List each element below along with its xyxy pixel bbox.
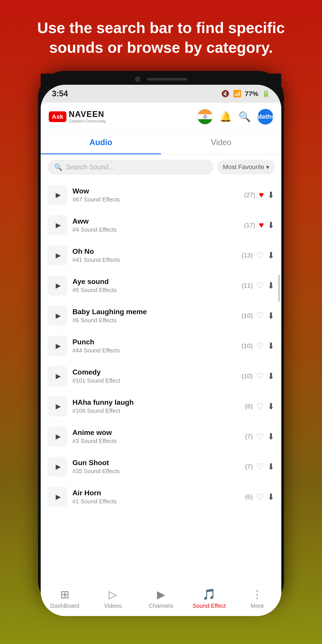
sound-actions: (7) ♡ ⬇ bbox=[245, 462, 274, 472]
sound-info: Baby Laughing meme #6 Sound Effects bbox=[72, 308, 236, 324]
sound-actions: (13) ♡ ⬇ bbox=[242, 250, 274, 260]
battery-text: 77% bbox=[245, 90, 258, 98]
sound-info: Oh No #41 Sound Effects bbox=[72, 247, 236, 264]
download-icon[interactable]: ⬇ bbox=[268, 250, 274, 260]
logo-name: NAVEEN bbox=[69, 110, 106, 119]
nav-item-dashboard[interactable]: ⊞ DashBoard bbox=[41, 588, 89, 609]
download-icon[interactable]: ⬇ bbox=[268, 402, 274, 411]
nav-item-videos[interactable]: ▷ Videos bbox=[89, 588, 137, 609]
list-item: Gun Shoot #35 Sound Effects (7) ♡ ⬇ bbox=[41, 452, 281, 482]
list-item: Comedy #101 Sound Effect (10) ♡ ⬇ bbox=[41, 361, 281, 391]
sound-info: HAha funny laugh #109 Sound Effect bbox=[72, 398, 240, 414]
download-icon[interactable]: ⬇ bbox=[268, 492, 274, 502]
sound-effect-icon: 🎵 bbox=[202, 588, 216, 600]
sort-button[interactable]: Most Favourite ▾ bbox=[218, 160, 274, 174]
sound-actions: (27) ♥ ⬇ bbox=[244, 190, 274, 200]
flag-icon[interactable] bbox=[197, 109, 213, 124]
play-button[interactable] bbox=[48, 456, 68, 477]
search-bar[interactable]: 🔍 Search Sound... bbox=[48, 160, 213, 175]
list-item: Baby Laughing meme #6 Sound Effects (10)… bbox=[41, 301, 281, 331]
play-button[interactable] bbox=[48, 215, 68, 235]
play-button[interactable] bbox=[48, 426, 68, 446]
list-item: Oh No #41 Sound Effects (13) ♡ ⬇ bbox=[41, 240, 281, 270]
search-placeholder: Search Sound... bbox=[66, 163, 114, 171]
search-bar-icon: 🔍 bbox=[54, 163, 62, 171]
play-button[interactable] bbox=[48, 366, 68, 386]
list-item: Punch #44 Sound Effects (10) ♡ ⬇ bbox=[41, 331, 281, 361]
chevron-down-icon: ▾ bbox=[266, 164, 269, 171]
search-icon[interactable]: 🔍 bbox=[238, 111, 251, 122]
scroll-indicator bbox=[278, 275, 280, 302]
download-icon[interactable]: ⬇ bbox=[268, 432, 274, 442]
sound-actions: (11) ♡ ⬇ bbox=[242, 281, 274, 290]
heart-icon[interactable]: ♡ bbox=[256, 250, 264, 260]
sound-actions: (7) ♡ ⬇ bbox=[245, 432, 274, 442]
download-icon[interactable]: ⬇ bbox=[268, 281, 274, 290]
sound-info: Gun Shoot #35 Sound Effects bbox=[72, 459, 240, 475]
list-item: Anime wow #3 Sound Effects (7) ♡ ⬇ bbox=[41, 422, 281, 452]
sound-info: Comedy #101 Sound Effect bbox=[72, 368, 236, 384]
more-icon: ⋮ bbox=[252, 588, 262, 600]
logo-ask: Ask bbox=[49, 111, 66, 122]
heart-icon[interactable]: ♡ bbox=[256, 462, 264, 472]
nav-item-sound-effect[interactable]: 🎵 Sound Effect bbox=[185, 588, 233, 609]
sound-info: Anime wow #3 Sound Effects bbox=[72, 428, 240, 444]
list-item: HAha funny laugh #109 Sound Effect (8) ♡… bbox=[41, 391, 281, 422]
download-icon[interactable]: ⬇ bbox=[268, 311, 274, 321]
camera-bar bbox=[41, 74, 281, 85]
heart-icon[interactable]: ♡ bbox=[256, 281, 264, 290]
search-row: 🔍 Search Sound... Most Favourite ▾ bbox=[41, 154, 281, 180]
sound-info: Aye sound #5 Sound Effects bbox=[72, 278, 236, 294]
play-button[interactable] bbox=[48, 306, 68, 326]
sound-list: Wow #67 Sound Effects (27) ♥ ⬇ Aww #4 So… bbox=[41, 180, 281, 584]
heart-icon[interactable]: ♡ bbox=[256, 371, 264, 381]
app-content: Ask NAVEEN Creators Community 🔔 🔍 Maths bbox=[41, 103, 281, 616]
download-icon[interactable]: ⬇ bbox=[268, 341, 274, 351]
sound-info: Punch #44 Sound Effects bbox=[72, 338, 236, 354]
sound-actions: (10) ♡ ⬇ bbox=[242, 311, 274, 321]
logo-area: Ask NAVEEN Creators Community bbox=[49, 110, 197, 124]
phone-screen: 3:54 🔇 📶 77% 🔋 Ask NAVEEN Creators Commu… bbox=[41, 85, 281, 616]
play-button[interactable] bbox=[48, 336, 68, 356]
download-icon[interactable]: ⬇ bbox=[268, 220, 274, 230]
list-item: Aye sound #5 Sound Effects (11) ♡ ⬇ bbox=[41, 270, 281, 301]
list-item: Air Horn #1 Sound Effects (6) ♡ ⬇ bbox=[41, 482, 281, 512]
heart-icon[interactable]: ♡ bbox=[256, 341, 264, 351]
heart-icon[interactable]: ♥ bbox=[259, 220, 264, 230]
download-icon[interactable]: ⬇ bbox=[268, 462, 274, 472]
sound-actions: (17) ♥ ⬇ bbox=[244, 220, 274, 230]
bottom-nav: ⊞ DashBoard ▷ Videos ▶ Channels 🎵 Sound … bbox=[41, 584, 281, 616]
wifi-icon: 📶 bbox=[233, 90, 241, 98]
time-display: 3:54 bbox=[52, 89, 221, 98]
play-button[interactable] bbox=[48, 245, 68, 266]
heart-icon[interactable]: ♡ bbox=[256, 432, 264, 442]
heart-icon[interactable]: ♥ bbox=[259, 190, 264, 200]
download-icon[interactable]: ⬇ bbox=[268, 371, 274, 381]
dashboard-icon: ⊞ bbox=[60, 588, 69, 600]
sound-actions: (8) ♡ ⬇ bbox=[245, 402, 274, 411]
app-header: Ask NAVEEN Creators Community 🔔 🔍 Maths bbox=[41, 103, 281, 131]
play-button[interactable] bbox=[48, 276, 68, 296]
bell-icon[interactable]: 🔔 bbox=[220, 111, 232, 122]
tab-bar: Audio Video bbox=[41, 131, 281, 154]
sound-actions: (10) ♡ ⬇ bbox=[242, 371, 274, 381]
heart-icon[interactable]: ♡ bbox=[256, 492, 264, 502]
sound-info: Air Horn #1 Sound Effects bbox=[72, 489, 240, 505]
channels-icon: ▶ bbox=[157, 588, 165, 600]
header-icons: 🔔 🔍 Maths bbox=[197, 109, 273, 124]
tab-video[interactable]: Video bbox=[161, 131, 281, 154]
tab-audio[interactable]: Audio bbox=[41, 131, 161, 154]
sound-info: Wow #67 Sound Effects bbox=[72, 187, 239, 203]
download-icon[interactable]: ⬇ bbox=[268, 190, 274, 200]
user-avatar[interactable]: Maths bbox=[258, 109, 273, 124]
play-button[interactable] bbox=[48, 185, 68, 205]
heart-icon[interactable]: ♡ bbox=[256, 402, 264, 411]
play-button[interactable] bbox=[48, 396, 68, 416]
list-item: Wow #67 Sound Effects (27) ♥ ⬇ bbox=[41, 180, 281, 210]
heart-icon[interactable]: ♡ bbox=[256, 311, 264, 321]
nav-item-channels[interactable]: ▶ Channels bbox=[137, 588, 185, 609]
sound-actions: (6) ♡ ⬇ bbox=[245, 492, 274, 502]
play-button[interactable] bbox=[48, 487, 68, 507]
nav-item-more[interactable]: ⋮ More bbox=[233, 588, 281, 609]
logo-subtitle: Creators Community bbox=[69, 119, 106, 124]
